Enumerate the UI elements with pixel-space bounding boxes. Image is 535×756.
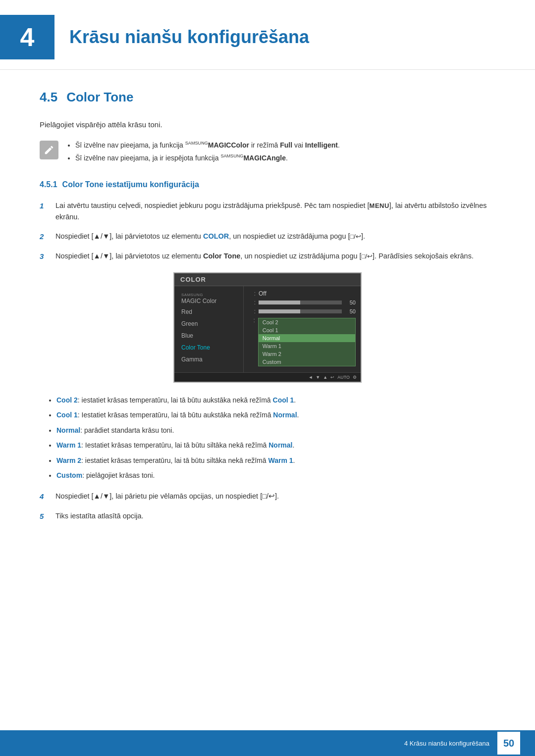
step-number-3: 3 bbox=[40, 251, 53, 262]
screen-row-num-1: 50 bbox=[345, 300, 356, 305]
screen-btn-up: ▲ bbox=[323, 375, 327, 380]
screen-row-bar-1: : 50 bbox=[249, 299, 356, 306]
screen-row-bar-container-2: 50 bbox=[259, 308, 356, 314]
subsection-heading: 4.5.1 Color Tone iestatījumu konfigurāci… bbox=[40, 180, 495, 189]
step-text-4: Nospiediet [▲/▼], lai pārietu pie vēlamā… bbox=[55, 491, 279, 502]
steps-list-2: 4 Nospiediet [▲/▼], lai pārietu pie vēla… bbox=[40, 491, 495, 522]
color-desc-warm2: Warm 2: iestatiet krāsas temperatūru, la… bbox=[56, 455, 495, 466]
color-desc-list: Cool 2: iestatiet krāsas temperatūru, la… bbox=[40, 395, 495, 481]
footer-text: 4 Krāsu nianšu konfigurēšana bbox=[404, 740, 489, 747]
dropdown-option-warm1: Warm 1 bbox=[259, 342, 355, 350]
screen-btn-auto: AUTO bbox=[337, 375, 350, 380]
color-desc-warm1: Warm 1: Iestatiet krāsas temperatūru, la… bbox=[56, 440, 495, 451]
step-1: 1 Lai atvērtu taustiņu ceļvedi, nospiedi… bbox=[40, 200, 495, 223]
step-number-1: 1 bbox=[40, 200, 53, 212]
step-2: 2 Nospiediet [▲/▼], lai pārvietotos uz e… bbox=[40, 231, 495, 243]
screen-row-off: : Off bbox=[249, 290, 356, 297]
section-number: 4.5 bbox=[40, 90, 57, 105]
screen-mockup: COLOR SAMSUNG MAGIC Color Red Green Blue… bbox=[173, 272, 362, 383]
ref-cool1: Cool 1 bbox=[273, 396, 294, 404]
step-number-2: 2 bbox=[40, 231, 53, 243]
screen-row-value-off: Off bbox=[259, 290, 356, 297]
step-3: 3 Nospiediet [▲/▼], lai pārvietotos uz e… bbox=[40, 251, 495, 262]
screen-row-num-2: 50 bbox=[345, 308, 356, 314]
footer-page-number: 50 bbox=[497, 732, 520, 755]
section-heading: 4.5 Color Tone bbox=[40, 90, 495, 105]
ref-warm1: Warm 1 bbox=[268, 456, 293, 464]
chapter-header: 4 Krāsu nianšu konfigurēšana bbox=[0, 0, 535, 70]
step-text-3: Nospiediet [▲/▼], lai pārvietotos uz ele… bbox=[55, 251, 474, 262]
pencil-icon bbox=[44, 145, 54, 155]
dropdown-option-normal: Normal bbox=[259, 334, 355, 342]
dropdown-option-cool1: Cool 1 bbox=[259, 326, 355, 334]
screen-left-menu: SAMSUNG MAGIC Color Red Green Blue Color… bbox=[174, 286, 244, 372]
color-desc-custom: Custom: pielāgojiet krāsas toni. bbox=[56, 470, 495, 481]
screen-row-bar-fill-2 bbox=[259, 309, 300, 313]
screen-btn-settings: ⚙ bbox=[353, 375, 357, 380]
screen-right-panel: : Off : 50 : bbox=[244, 286, 361, 372]
note-list: Šī izvēlne nav pieejama, ja funkcija SAM… bbox=[66, 140, 340, 165]
term-warm1: Warm 1 bbox=[56, 441, 81, 449]
screen-btn-left: ◄ bbox=[308, 375, 313, 380]
subsection-title: Color Tone iestatījumu konfigurācija bbox=[62, 180, 199, 189]
screen-body: SAMSUNG MAGIC Color Red Green Blue Color… bbox=[174, 286, 361, 372]
step-number-4: 4 bbox=[40, 491, 53, 503]
term-custom: Custom bbox=[56, 471, 82, 479]
screen-row-bar-container-1: 50 bbox=[259, 300, 356, 305]
menu-item-color-tone: Color Tone bbox=[174, 342, 243, 353]
menu-item-red: Red bbox=[174, 306, 243, 318]
note-box: Šī izvēlne nav pieejama, ja funkcija SAM… bbox=[40, 140, 495, 165]
menu-item-samsung-magic: SAMSUNG MAGIC Color bbox=[174, 290, 243, 306]
screen-row-label-off: : bbox=[249, 290, 256, 297]
term-cool1: Cool 1 bbox=[56, 411, 78, 419]
dropdown-option-custom: Custom bbox=[259, 358, 355, 366]
step-5: 5 Tiks iestatīta atlasītā opcija. bbox=[40, 510, 495, 522]
samsung-brand-label: SAMSUNG bbox=[181, 293, 236, 298]
page-footer: 4 Krāsu nianšu konfigurēšana 50 bbox=[0, 730, 535, 756]
screen-row-dropdown: : Cool 2 Cool 1 Normal Warm 1 Warm 2 Cus… bbox=[249, 317, 356, 366]
term-cool2: Cool 2 bbox=[56, 396, 78, 404]
dropdown-option-warm2: Warm 2 bbox=[259, 350, 355, 358]
note-icon bbox=[40, 141, 58, 159]
ref-normal-2: Normal bbox=[268, 441, 292, 449]
screen-btn-down: ▼ bbox=[316, 375, 320, 380]
main-content: 4.5 Color Tone Pielāgojiet vispārējo att… bbox=[0, 70, 535, 570]
color-desc-cool2: Cool 2: iestatiet krāsas temperatūru, la… bbox=[56, 395, 495, 405]
screen-mockup-container: COLOR SAMSUNG MAGIC Color Red Green Blue… bbox=[40, 272, 495, 383]
screen-row-bar-track-2 bbox=[259, 309, 342, 313]
color-desc-cool1: Cool 1: Iestatiet krāsas temperatūru, la… bbox=[56, 409, 495, 420]
screen-bottom-bar: ◄ ▼ ▲ ↩ AUTO ⚙ bbox=[174, 372, 361, 382]
section-title: Color Tone bbox=[66, 90, 133, 105]
samsung-magic-color-label: MAGIC Color bbox=[181, 298, 236, 304]
screen-row-label-bar2: : bbox=[249, 308, 256, 315]
dropdown-option-cool2: Cool 2 bbox=[259, 318, 355, 326]
screen-row-label-bar1: : bbox=[249, 299, 256, 306]
menu-item-green: Green bbox=[174, 318, 243, 330]
menu-item-blue: Blue bbox=[174, 330, 243, 342]
ref-normal-1: Normal bbox=[273, 411, 297, 419]
subsection-number: 4.5.1 bbox=[40, 180, 57, 189]
step-number-5: 5 bbox=[40, 510, 53, 522]
steps-list: 1 Lai atvērtu taustiņu ceļvedi, nospiedi… bbox=[40, 200, 495, 262]
screen-header: COLOR bbox=[174, 273, 361, 286]
term-warm2: Warm 2 bbox=[56, 456, 81, 464]
section-description: Pielāgojiet vispārējo attēla krāsu toni. bbox=[40, 119, 495, 131]
screen-btn-enter: ↩ bbox=[330, 375, 334, 380]
note-item-2: Šī izvēlne nav pieejama, ja ir iespējota… bbox=[75, 152, 340, 164]
screen-row-bar-track-1 bbox=[259, 301, 342, 304]
step-text-2: Nospiediet [▲/▼], lai pārvietotos uz ele… bbox=[55, 231, 365, 242]
screen-row-bar-2: : 50 bbox=[249, 308, 356, 315]
dropdown-options: Cool 2 Cool 1 Normal Warm 1 Warm 2 Custo… bbox=[258, 318, 356, 366]
screen-row-bar-fill-1 bbox=[259, 301, 300, 304]
step-text-1: Lai atvērtu taustiņu ceļvedi, nospiediet… bbox=[55, 200, 495, 223]
color-desc-normal: Normal: parādiet standarta krāsu toni. bbox=[56, 425, 495, 436]
note-item-1: Šī izvēlne nav pieejama, ja funkcija SAM… bbox=[75, 140, 340, 151]
term-normal: Normal bbox=[56, 426, 80, 434]
step-text-5: Tiks iestatīta atlasītā opcija. bbox=[55, 510, 144, 522]
chapter-number: 4 bbox=[0, 15, 54, 59]
chapter-title: Krāsu nianšu konfigurēšana bbox=[69, 27, 309, 48]
menu-item-gamma: Gamma bbox=[174, 353, 243, 365]
screen-row-label-dropdown: : bbox=[249, 317, 255, 324]
step-4: 4 Nospiediet [▲/▼], lai pārietu pie vēla… bbox=[40, 491, 495, 503]
